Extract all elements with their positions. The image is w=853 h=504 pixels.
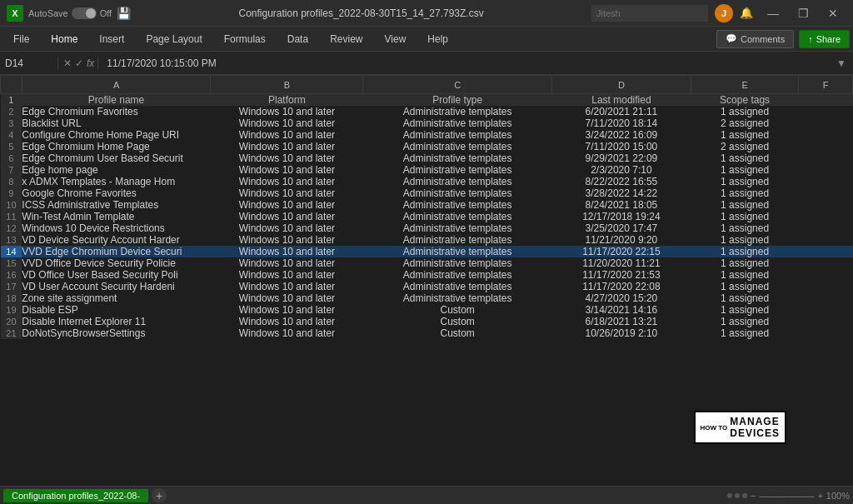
tab-formulas[interactable]: Formulas: [214, 30, 276, 48]
cell-scope-tags[interactable]: 1 assigned: [691, 176, 798, 187]
cell-last-modified[interactable]: 3/28/2022 14:22: [551, 187, 691, 199]
minimize-button[interactable]: —: [760, 3, 786, 23]
confirm-icon[interactable]: ✓: [75, 57, 83, 69]
cell-platform[interactable]: Windows 10 and later: [211, 316, 363, 327]
cell-last-modified[interactable]: 4/27/2020 15:20: [551, 292, 691, 304]
cell-profile-name[interactable]: Zone site assignment: [22, 292, 210, 304]
formula-expand-icon[interactable]: ▼: [830, 57, 853, 69]
cell-profile-type[interactable]: Administrative templates: [363, 269, 551, 281]
close-button[interactable]: ✕: [820, 3, 846, 23]
bell-icon[interactable]: 🔔: [740, 7, 753, 19]
tab-help[interactable]: Help: [417, 30, 458, 48]
cell-profile-type[interactable]: Administrative templates: [363, 211, 551, 222]
cell-profile-name[interactable]: Disable Internet Explorer 11: [22, 316, 210, 327]
cell-last-modified[interactable]: 11/21/2020 9:20: [551, 234, 691, 246]
search-input[interactable]: [591, 5, 708, 22]
cell-last-modified[interactable]: 3/25/2020 17:47: [551, 222, 691, 234]
cell-platform[interactable]: Windows 10 and later: [211, 106, 363, 117]
cell-platform[interactable]: Windows 10 and later: [211, 234, 363, 246]
cell-last-modified[interactable]: 9/29/2021 22:09: [551, 152, 691, 164]
cell-profile-name[interactable]: Google Chrome Favorites: [22, 187, 210, 199]
cell-profile-name[interactable]: Edge Chromium User Based Securit: [22, 152, 210, 164]
tab-page-layout[interactable]: Page Layout: [136, 30, 212, 48]
col-header-b[interactable]: B: [211, 76, 363, 94]
cell-platform[interactable]: Windows 10 and later: [211, 199, 363, 211]
cell-profile-name[interactable]: VD Device Security Account Harder: [22, 234, 210, 246]
tab-review[interactable]: Review: [320, 30, 372, 48]
cell-last-modified[interactable]: 6/20/2021 21:11: [551, 106, 691, 117]
comments-button[interactable]: 💬 Comments: [716, 30, 794, 48]
cell-profile-type[interactable]: Administrative templates: [363, 222, 551, 234]
cell-last-modified[interactable]: 7/11/2020 15:00: [551, 141, 691, 152]
cell-profile-type[interactable]: Administrative templates: [363, 164, 551, 176]
cell-platform[interactable]: Windows 10 and later: [211, 164, 363, 176]
cell-profile-type[interactable]: Administrative templates: [363, 129, 551, 141]
cell-platform[interactable]: Windows 10 and later: [211, 269, 363, 281]
cell-scope-tags[interactable]: 1 assigned: [691, 281, 798, 292]
cell-platform[interactable]: Windows 10 and later: [211, 152, 363, 164]
cell-last-modified[interactable]: 11/17/2020 21:53: [551, 269, 691, 281]
cell-platform[interactable]: Windows 10 and later: [211, 222, 363, 234]
tab-home[interactable]: Home: [41, 30, 87, 48]
cell-profile-name[interactable]: Win-Test Admin Template: [22, 211, 210, 222]
cell-platform[interactable]: Windows 10 and later: [211, 327, 363, 339]
cell-profile-name[interactable]: ICSS Administrative Templates: [22, 199, 210, 211]
col-header-f[interactable]: F: [799, 76, 853, 94]
cell-last-modified[interactable]: 10/26/2019 2:10: [551, 327, 691, 339]
cell-profile-type[interactable]: Administrative templates: [363, 187, 551, 199]
header-platform[interactable]: Platform: [211, 94, 363, 107]
cell-reference[interactable]: D14: [0, 57, 58, 69]
cell-scope-tags[interactable]: 1 assigned: [691, 292, 798, 304]
col-header-c[interactable]: C: [363, 76, 551, 94]
autosave-toggle[interactable]: [72, 7, 97, 19]
cell-profile-type[interactable]: Administrative templates: [363, 117, 551, 129]
cell-last-modified[interactable]: 11/20/2020 11:21: [551, 257, 691, 269]
cell-profile-type[interactable]: Administrative templates: [363, 152, 551, 164]
cell-profile-name[interactable]: Edge home page: [22, 164, 210, 176]
cell-last-modified[interactable]: 3/24/2022 16:09: [551, 129, 691, 141]
cell-profile-type[interactable]: Administrative templates: [363, 106, 551, 117]
cell-platform[interactable]: Windows 10 and later: [211, 129, 363, 141]
cell-platform[interactable]: Windows 10 and later: [211, 281, 363, 292]
cell-scope-tags[interactable]: 1 assigned: [691, 234, 798, 246]
cell-scope-tags[interactable]: 1 assigned: [691, 211, 798, 222]
cell-profile-name[interactable]: VD User Account Security Hardeni: [22, 281, 210, 292]
cell-last-modified[interactable]: 8/22/2022 16:55: [551, 176, 691, 187]
cell-last-modified[interactable]: 11/17/2020 22:08: [551, 281, 691, 292]
cell-profile-type[interactable]: Custom: [363, 316, 551, 327]
cell-profile-type[interactable]: Custom: [363, 304, 551, 316]
cell-profile-name[interactable]: Disable ESP: [22, 304, 210, 316]
formula-value[interactable]: 11/17/2020 10:15:00 PM: [100, 57, 828, 69]
zoom-out-button[interactable]: −: [751, 491, 756, 501]
cell-profile-type[interactable]: Administrative templates: [363, 246, 551, 257]
cell-profile-type[interactable]: Administrative templates: [363, 234, 551, 246]
zoom-in-button[interactable]: +: [817, 491, 822, 501]
cell-last-modified[interactable]: 12/17/2018 19:24: [551, 211, 691, 222]
cell-profile-type[interactable]: Administrative templates: [363, 292, 551, 304]
cell-scope-tags[interactable]: 1 assigned: [691, 222, 798, 234]
tab-data[interactable]: Data: [277, 30, 318, 48]
cell-profile-type[interactable]: Administrative templates: [363, 257, 551, 269]
cell-scope-tags[interactable]: 1 assigned: [691, 129, 798, 141]
cell-profile-name[interactable]: Edge Chromium Home Page: [22, 141, 210, 152]
add-sheet-button[interactable]: +: [152, 488, 167, 503]
sheet-tab[interactable]: Configuration profiles_2022-08-: [3, 489, 148, 502]
cell-profile-name[interactable]: x ADMX Templates - Manage Hom: [22, 176, 210, 187]
cell-profile-name[interactable]: VVD Office Device Security Policie: [22, 257, 210, 269]
cell-profile-name[interactable]: Windows 10 Device Restrictions: [22, 222, 210, 234]
cell-scope-tags[interactable]: 1 assigned: [691, 304, 798, 316]
cell-profile-name[interactable]: VD Office User Based Security Poli: [22, 269, 210, 281]
cell-scope-tags[interactable]: 1 assigned: [691, 164, 798, 176]
cell-last-modified[interactable]: 8/24/2021 18:05: [551, 199, 691, 211]
col-header-d[interactable]: D: [551, 76, 691, 94]
col-header-a[interactable]: A: [22, 76, 210, 94]
header-last-modified[interactable]: Last modified: [551, 94, 691, 107]
cell-profile-name[interactable]: VVD Edge Chromium Device Securi: [22, 246, 210, 257]
cell-scope-tags[interactable]: 2 assigned: [691, 117, 798, 129]
col-header-e[interactable]: E: [691, 76, 798, 94]
cell-profile-type[interactable]: Administrative templates: [363, 141, 551, 152]
cell-platform[interactable]: Windows 10 and later: [211, 257, 363, 269]
cell-scope-tags[interactable]: 1 assigned: [691, 106, 798, 117]
cancel-icon[interactable]: ✕: [63, 57, 72, 69]
header-profile-type[interactable]: Profile type: [363, 94, 551, 107]
